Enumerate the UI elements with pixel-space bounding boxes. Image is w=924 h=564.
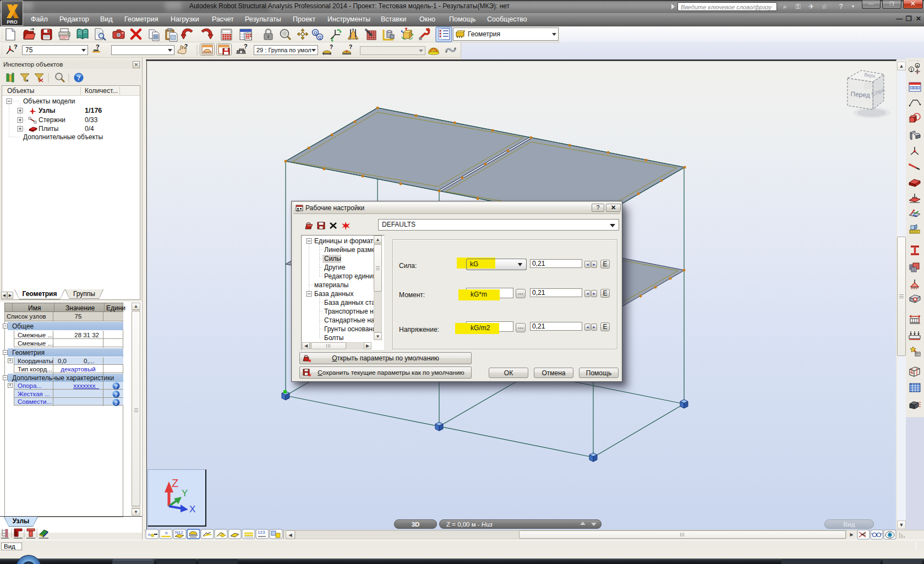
svg-text:Единицы и форматы: Единицы и форматы — [314, 237, 378, 245]
svg-text:Редактор единиц: Редактор единиц — [324, 272, 376, 280]
svg-text:Y: Y — [182, 488, 188, 499]
svg-text:Линейные размер: Линейные размер — [324, 246, 379, 254]
svg-text:Болты: Болты — [324, 334, 343, 342]
svg-text:Другие: Другие — [324, 264, 346, 271]
svg-text:N12: N12 — [175, 530, 183, 535]
svg-text:База данных ста.: База данных ста. — [324, 299, 377, 306]
svg-text:Транспортные на: Транспортные на — [324, 308, 378, 315]
svg-text:материалы: материалы — [314, 281, 348, 289]
svg-text:123: 123 — [258, 530, 265, 535]
svg-text:Стандартные наг: Стандартные наг — [324, 316, 377, 324]
svg-text:Z: Z — [172, 477, 178, 489]
svg-text:X: X — [189, 504, 195, 514]
svg-text:База данных: База данных — [314, 290, 353, 298]
svg-text:Грунты основани: Грунты основани — [324, 325, 376, 333]
svg-text:n: n — [148, 532, 151, 537]
svg-text:n: n — [165, 530, 168, 535]
svg-text:Перед: Перед — [850, 90, 870, 99]
svg-text:Силы: Силы — [324, 255, 341, 262]
